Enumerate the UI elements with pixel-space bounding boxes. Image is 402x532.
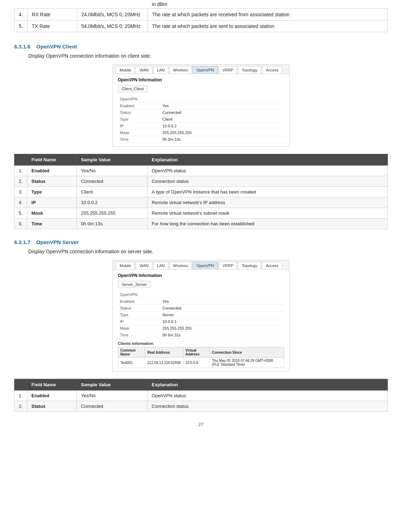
client-label-enabled: Enabled bbox=[118, 103, 160, 109]
nav-tab-wireless[interactable]: Wireless bbox=[169, 66, 192, 74]
row-num-4: 4. bbox=[15, 9, 28, 21]
client-connection-since: Thu May 05 2018 07:46:29 GMT+0300 (FLE S… bbox=[210, 358, 284, 368]
server-nav-tab-wireless[interactable]: Wireless bbox=[169, 262, 192, 269]
server-col-header-explanation: Explanation bbox=[147, 379, 387, 391]
client-row-explanation: OpenVPN status bbox=[147, 166, 387, 176]
server-value-openvpn bbox=[160, 291, 284, 298]
nav-tab-wan[interactable]: WAN bbox=[136, 66, 152, 74]
section-6317-title: OpenVPN Server bbox=[36, 239, 79, 245]
server-row-field: Enabled bbox=[27, 391, 76, 401]
server-value-ip: 10.0.0.1 bbox=[160, 318, 284, 325]
page-number: 27 bbox=[14, 422, 388, 427]
server-label-mask: Mask bbox=[118, 325, 160, 332]
server-col-header-field: Field Name bbox=[27, 379, 76, 391]
client-ui-mockup: Mobile WAN LAN Wireless OpenVPN VRRP Top… bbox=[113, 64, 289, 147]
server-content: OpenVPN Information Server_Server OpenVP… bbox=[113, 270, 289, 371]
client-row-field: Type bbox=[27, 187, 76, 197]
section-6317: 6.3.1.7 OpenVPN Server Display OpenVPN c… bbox=[14, 239, 388, 412]
nav-tab-lan[interactable]: LAN bbox=[153, 66, 168, 74]
client-label-type: Type bbox=[118, 116, 160, 123]
client-info-row-type: Type Client bbox=[118, 116, 284, 123]
client-col-header-num bbox=[15, 154, 27, 166]
server-nav-tab-mobile[interactable]: Mobile bbox=[116, 262, 135, 269]
server-label-enabled: Enabled bbox=[118, 298, 160, 305]
nav-tab-mobile[interactable]: Mobile bbox=[116, 66, 135, 74]
tx-rate-explanation: The rate at which packets are sent to as… bbox=[148, 21, 387, 32]
client-row-num: 5. bbox=[15, 208, 27, 219]
client-row-explanation: For how long the connection has been est… bbox=[147, 219, 387, 229]
client-row-num: 1. bbox=[15, 166, 27, 176]
server-table-row: 1. Enabled Yes/No OpenVPN status bbox=[15, 391, 388, 401]
client-nav-bar: Mobile WAN LAN Wireless OpenVPN VRRP Top… bbox=[113, 65, 289, 74]
server-nav-tab-lan[interactable]: LAN bbox=[153, 262, 168, 269]
row-num-5: 5. bbox=[15, 21, 28, 32]
server-sub-tab[interactable]: Server_Server bbox=[118, 281, 151, 288]
server-row-value: Yes/No bbox=[76, 391, 147, 401]
client-value-status: Connected bbox=[160, 109, 284, 116]
server-label-openvpn: OpenVPN bbox=[118, 291, 160, 298]
server-value-mask: 255.255.255.255 bbox=[160, 325, 284, 332]
clients-col-real-address: Real Address bbox=[145, 347, 183, 358]
server-row-explanation: OpenVPN status bbox=[147, 391, 387, 401]
server-row-value: Connected bbox=[76, 401, 147, 412]
server-col-header-num bbox=[15, 379, 27, 391]
server-info-row-mask: Mask 255.255.255.255 bbox=[118, 325, 284, 332]
server-info-row-status: Status Connected bbox=[118, 305, 284, 312]
server-nav-tab-topology[interactable]: Topology bbox=[238, 262, 261, 269]
client-row-value: 10.0.0.2 bbox=[76, 197, 147, 208]
client-row-field: Enabled bbox=[27, 166, 76, 176]
client-info-row-status: Status Connected bbox=[118, 109, 284, 116]
client-row-value: Client bbox=[76, 187, 147, 197]
server-row-num: 2. bbox=[15, 401, 27, 412]
client-row-num: 4. bbox=[15, 197, 27, 208]
client-sub-tab[interactable]: Client_Client bbox=[118, 85, 148, 92]
nav-tab-access[interactable]: Access bbox=[262, 66, 282, 74]
server-info-row-type: Type Server bbox=[118, 312, 284, 318]
server-nav-bar: Mobile WAN LAN Wireless OpenVPN VRRP Top… bbox=[113, 260, 289, 270]
server-info-table: OpenVPN Enabled Yes Status Connected Typ… bbox=[118, 291, 284, 339]
client-table-row: 4. IP 10.0.0.2 Remote virtual network's … bbox=[15, 197, 388, 208]
client-value-ip: 10.0.0.2 bbox=[160, 123, 284, 129]
clients-col-common-name: Common Name bbox=[118, 347, 145, 358]
client-label-mask: Mask bbox=[118, 129, 160, 136]
client-table-row: 6. Time 0h 0m 13s For how long the conne… bbox=[15, 219, 388, 229]
client-info-row-openvpn: OpenVPN bbox=[118, 96, 284, 103]
nav-tab-topology[interactable]: Topology bbox=[238, 66, 261, 74]
server-label-status: Status bbox=[118, 305, 160, 312]
client-value-openvpn bbox=[160, 96, 284, 103]
server-section-title: OpenVPN Information bbox=[118, 273, 284, 278]
client-row-value: 0h 0m 13s bbox=[76, 219, 147, 229]
client-col-header-field: Field Name bbox=[27, 154, 76, 166]
server-row-explanation: Connection status bbox=[147, 401, 387, 412]
server-nav-tab-openvpn[interactable]: OpenVPN bbox=[193, 262, 218, 269]
nav-tab-openvpn[interactable]: OpenVPN bbox=[193, 66, 218, 74]
top-partial-table: in dBm 4. RX Rate 24.0Mbit/s, MCS 0, 20M… bbox=[14, 0, 388, 32]
server-label-type: Type bbox=[118, 312, 160, 318]
server-nav-tab-vrrp[interactable]: VRRP bbox=[219, 262, 237, 269]
client-common-name: Test001 bbox=[118, 358, 145, 368]
client-col-header-explanation: Explanation bbox=[147, 154, 387, 166]
client-row-num: 6. bbox=[15, 219, 27, 229]
in-dbm-cell: in dBm bbox=[148, 0, 387, 9]
server-value-type: Server bbox=[160, 312, 284, 318]
client-label-time: Time bbox=[118, 136, 160, 143]
section-6316-title: OpenVPN Client bbox=[36, 44, 77, 50]
client-info-row-ip: IP 10.0.0.2 bbox=[118, 123, 284, 129]
client-row-explanation: Remote virtual network's subnet mask bbox=[147, 208, 387, 219]
client-label-ip: IP bbox=[118, 123, 160, 129]
server-data-table: Field Name Sample Value Explanation 1. E… bbox=[14, 379, 388, 412]
client-row-field: Status bbox=[27, 176, 76, 187]
clients-col-connection-since: Connection Since bbox=[210, 347, 284, 358]
server-label-ip: IP bbox=[118, 318, 160, 325]
server-nav-tab-wan[interactable]: WAN bbox=[136, 262, 152, 269]
client-real-address: 212.59.13.226:52838 bbox=[145, 358, 183, 368]
client-table-row: 3. Type Client A type of OpenVPN instanc… bbox=[15, 187, 388, 197]
server-value-enabled: Yes bbox=[160, 298, 284, 305]
server-value-status: Connected bbox=[160, 305, 284, 312]
client-row-value: Connected bbox=[76, 176, 147, 187]
server-nav-tab-access[interactable]: Access bbox=[262, 262, 282, 269]
server-label-time: Time bbox=[118, 332, 160, 339]
section-6317-number: 6.3.1.7 bbox=[14, 239, 30, 245]
nav-tab-vrrp[interactable]: VRRP bbox=[219, 66, 237, 74]
client-section-title: OpenVPN Information bbox=[118, 77, 284, 82]
